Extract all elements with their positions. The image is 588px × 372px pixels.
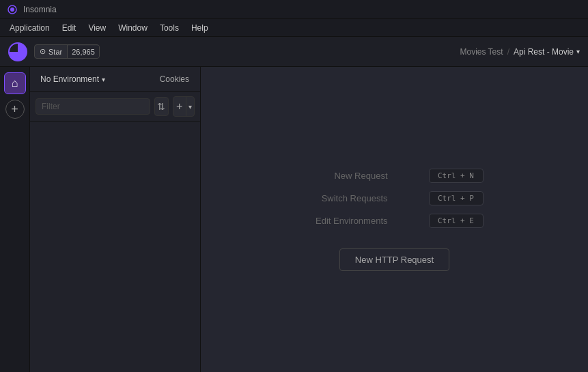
breadcrumb-collection[interactable]: Api Rest - Movie ▾ [514, 47, 580, 57]
sidebar-panel: No Environment ▾ Cookies ⇅ + ▾ [30, 67, 201, 372]
new-http-request-button[interactable]: New HTTP Request [339, 248, 449, 271]
toolbar: ⊙ Star 26,965 Movies Test / Api Rest - M… [0, 37, 588, 67]
sidebar-add-button[interactable]: + [5, 100, 25, 119]
add-request-caret-icon: ▾ [188, 103, 192, 111]
app-logo [8, 42, 27, 61]
shortcuts-table: New Request Ctrl + N Switch Requests Ctr… [306, 169, 484, 228]
github-star-button[interactable]: ⊙ Star 26,965 [34, 44, 100, 59]
home-icon: ⌂ [12, 77, 18, 89]
icon-sidebar: ⌂ + [0, 67, 30, 372]
new-request-key: Ctrl + N [429, 169, 484, 183]
main-layout: ⌂ + No Environment ▾ Cookies ⇅ + ▾ [0, 67, 588, 372]
app-title: Insomnia [23, 5, 57, 14]
title-bar: Insomnia [0, 0, 588, 19]
menu-bar: Application Edit View Window Tools Help [0, 19, 588, 37]
menu-application[interactable]: Application [4, 21, 55, 35]
breadcrumb-separator: / [507, 47, 509, 57]
new-request-label: New Request [306, 171, 388, 181]
cookies-button[interactable]: Cookies [156, 72, 193, 86]
add-icon: + [11, 103, 18, 115]
filter-input[interactable] [36, 98, 150, 115]
panel-content [30, 121, 200, 372]
switch-requests-key: Ctrl + P [429, 191, 484, 205]
sort-button[interactable]: ⇅ [154, 97, 169, 116]
sort-icon: ⇅ [157, 101, 165, 112]
star-text: Star [48, 48, 62, 56]
menu-tools[interactable]: Tools [154, 21, 184, 35]
main-content: New Request Ctrl + N Switch Requests Ctr… [201, 67, 588, 372]
switch-requests-label: Switch Requests [306, 193, 388, 203]
toolbar-right: Movies Test / Api Rest - Movie ▾ [460, 47, 580, 57]
sidebar-home-button[interactable]: ⌂ [4, 72, 26, 94]
breadcrumb-chevron-icon: ▾ [576, 48, 580, 55]
panel-toolbar: ⇅ + ▾ [30, 92, 200, 121]
environment-caret-icon: ▾ [102, 76, 105, 83]
star-count: 26,965 [68, 46, 99, 58]
svg-point-1 [10, 8, 14, 12]
shortcut-row-new-request: New Request Ctrl + N [306, 169, 484, 183]
menu-edit[interactable]: Edit [57, 21, 82, 35]
shortcut-row-edit-environments: Edit Environments Ctrl + E [306, 214, 484, 228]
add-request-group: + ▾ [173, 96, 195, 117]
add-request-button[interactable]: + [173, 97, 186, 116]
add-request-icon: + [176, 100, 182, 113]
add-request-dropdown-button[interactable]: ▾ [186, 97, 194, 116]
environment-label: No Environment [40, 74, 99, 84]
menu-window[interactable]: Window [113, 21, 153, 35]
environment-dropdown[interactable]: No Environment ▾ [37, 72, 109, 86]
github-icon: ⊙ [40, 47, 46, 56]
edit-environments-label: Edit Environments [306, 216, 388, 226]
edit-environments-key: Ctrl + E [429, 214, 484, 228]
toolbar-left: ⊙ Star 26,965 [8, 42, 100, 61]
breadcrumb-project: Movies Test [460, 47, 503, 57]
breadcrumb: Movies Test / Api Rest - Movie ▾ [460, 47, 580, 57]
star-label[interactable]: ⊙ Star [35, 45, 68, 58]
menu-help[interactable]: Help [186, 21, 214, 35]
app-icon [7, 4, 18, 15]
breadcrumb-collection-name: Api Rest - Movie [514, 47, 574, 57]
shortcut-row-switch-requests: Switch Requests Ctrl + P [306, 191, 484, 205]
menu-view[interactable]: View [83, 21, 111, 35]
panel-header: No Environment ▾ Cookies [30, 67, 200, 92]
